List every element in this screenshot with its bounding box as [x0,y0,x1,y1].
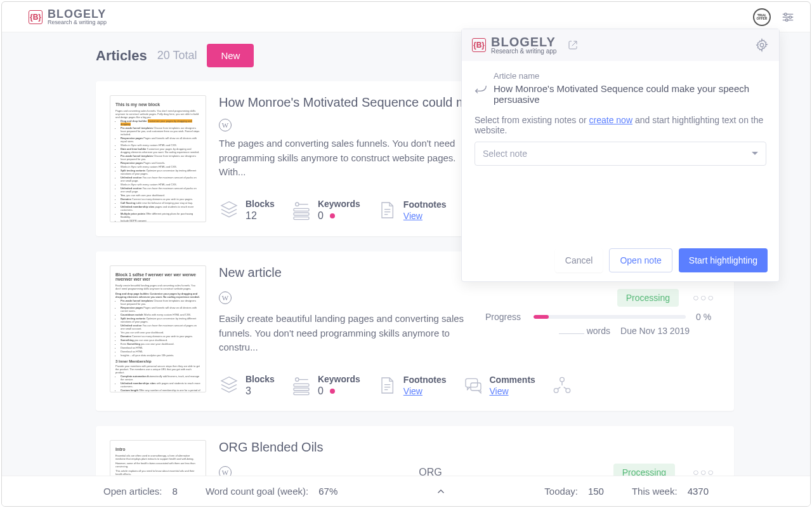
article-title: ORG Blended Oils [219,440,720,455]
stat-value: 3 [246,385,275,397]
status-bar: Open articles: 8 Word count goal (week):… [2,476,810,506]
footnotes-icon [377,200,397,220]
open-note-button[interactable]: Open note [609,248,672,272]
popup-brand: B BLOGELY Research & writing app [472,36,578,55]
wordpress-icon: W [219,119,232,131]
svg-point-24 [566,388,570,392]
stat-label: Blocks [246,199,275,209]
blocks-icon [219,375,239,396]
footnotes-icon [377,375,397,396]
start-highlighting-button[interactable]: Start hightlighting [679,248,768,272]
article-snippet: Easily create beautiful landing pages an… [219,312,466,355]
article-thumbnail: This is my new block Pages and convertin… [110,95,206,222]
back-arrow-icon[interactable] [475,84,487,94]
week-label: This week: [632,486,678,497]
svg-point-13 [296,378,299,381]
progress-percent: 0 % [696,312,715,322]
svg-rect-16 [294,392,309,394]
instruction-text: Select from existing notes or create now… [475,115,766,135]
blocks-icon [219,200,239,220]
field-label: Article name [494,71,766,81]
svg-point-3 [789,16,792,18]
app-header: B BLOGELY Research & writing app TRIAL O… [2,2,810,32]
cancel-button[interactable]: Cancel [555,248,603,272]
wordpress-icon: W [219,291,232,304]
word-goal-label: Word count goal (week): [206,486,308,497]
indicator-dot-icon [330,213,335,218]
svg-rect-15 [294,388,309,391]
note-popup: B BLOGELY Research & writing app Article… [461,29,780,282]
svg-point-23 [554,388,558,392]
article-thumbnail: Intro Essential oils are often used in a… [110,440,206,478]
brand-name: BLOGELY [48,8,107,20]
svg-rect-14 [294,384,309,386]
open-external-icon[interactable] [568,40,578,50]
view-footnotes-link[interactable]: View [403,386,447,396]
brand-mark: B [29,10,43,24]
more-options-icon[interactable]: ○○○ [688,292,720,304]
stat-label: Blocks [246,374,275,384]
stat-label: Footnotes [403,375,447,385]
brand-tagline: Research & writing app [48,20,107,25]
progress-label: Progress [485,312,523,322]
stat-value: 12 [246,210,275,222]
due-date: Due Nov 13 2019 [620,326,690,336]
gear-icon[interactable] [755,38,769,52]
article-snippet: The pages and converting sales funnels. … [219,137,466,180]
stat-label: Keywords [318,199,360,209]
new-article-button[interactable]: New [207,44,254,67]
stat-label: Comments [490,375,535,385]
chevron-down-icon [752,152,758,156]
create-now-link[interactable]: create now [589,115,632,125]
page-title: Articles [96,48,147,64]
stat-label: Keywords [318,374,360,384]
svg-point-25 [760,43,764,47]
svg-point-6 [296,203,299,206]
select-note-dropdown[interactable]: Select note [475,142,766,166]
comments-icon [463,375,483,396]
word-goal-value: 67% [318,486,337,497]
today-value: 150 [588,486,604,497]
stat-value: 0 [318,210,324,222]
keywords-icon [291,200,311,220]
open-articles-label: Open articles: [103,486,162,497]
indicator-dot-icon [330,389,335,394]
view-comments-link[interactable]: View [490,386,535,396]
article-thumbnail: Block 1 sdfse f werwer wer wer werwe rwe… [110,265,206,392]
svg-rect-7 [294,208,309,211]
brand-mark: B [472,38,486,52]
svg-rect-9 [294,217,309,219]
article-count: 20 Total [157,49,197,62]
article-status: Processing [617,289,679,307]
keywords-icon [291,375,311,396]
svg-point-5 [785,18,788,21]
article-name-value: How Monroe's Motivated Sequence could ma… [494,83,766,105]
article-card[interactable]: Intro Essential oils are often used in a… [96,426,734,478]
trial-badge-icon[interactable]: TRIAL OFFER [753,8,771,26]
stat-label: Footnotes [403,199,447,210]
today-label: Tooday: [544,486,578,497]
progress-bar [534,315,686,319]
words-label: words [587,326,610,336]
stat-value: 0 [318,385,324,397]
article-status: Processing [613,464,675,478]
week-value: 4370 [688,486,709,497]
collaborators-icon [552,375,572,396]
svg-point-22 [560,377,565,382]
settings-sliders-icon[interactable] [781,10,795,24]
chevron-up-icon[interactable] [435,486,447,497]
open-articles-count: 8 [173,486,178,497]
view-footnotes-link[interactable]: View [403,211,447,221]
svg-rect-8 [294,213,309,215]
svg-point-1 [785,13,787,15]
brand-logo[interactable]: B BLOGELY Research & writing app [29,8,107,25]
